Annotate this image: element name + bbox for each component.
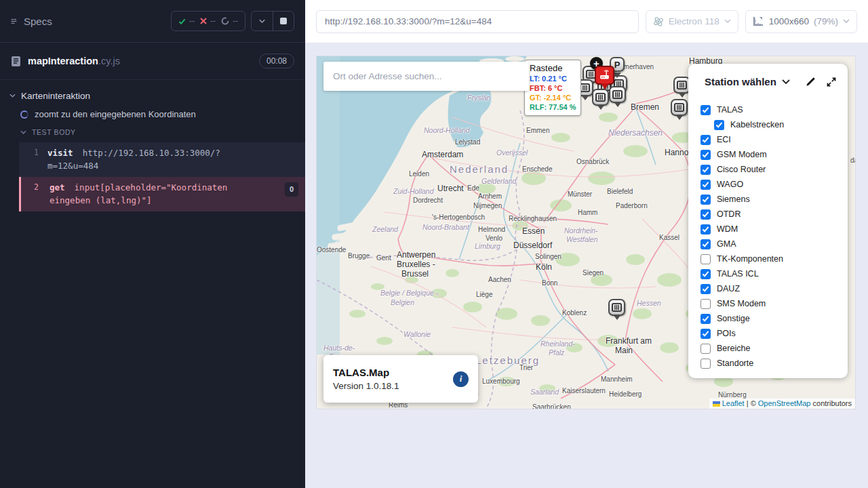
checkbox-checked-icon[interactable] xyxy=(701,224,711,235)
spec-duration-badge: 00:08 xyxy=(259,54,294,68)
checkbox-checked-icon[interactable] xyxy=(714,120,724,130)
station-checkbox-row[interactable]: Kabelstrecken xyxy=(701,117,848,132)
checkbox-unchecked-icon[interactable] xyxy=(701,254,711,264)
url-bar[interactable]: http://192.168.10.33:3000/?m=12&u=484 xyxy=(316,10,639,33)
chevron-down-icon xyxy=(259,18,265,24)
marker-cabinet[interactable] xyxy=(671,99,688,116)
tooltip-line: LT: 0.21 °C xyxy=(530,74,576,83)
marker-cabinet[interactable] xyxy=(608,299,625,316)
reporter-header: Specs -- -- -- xyxy=(0,0,305,43)
station-checkbox-row[interactable]: GSM Modem xyxy=(701,147,848,162)
checkbox-checked-icon[interactable] xyxy=(701,314,711,324)
station-checkbox-label: Standorte xyxy=(717,359,753,368)
app-title: TALAS.Map xyxy=(333,367,399,378)
search-input[interactable] xyxy=(323,71,529,81)
checkbox-checked-icon[interactable] xyxy=(701,329,711,339)
station-checkbox-label: SMS Modem xyxy=(717,299,766,308)
checkbox-checked-icon[interactable] xyxy=(701,165,711,175)
station-checkbox-row[interactable]: Standorte xyxy=(701,356,848,371)
station-checkbox-row[interactable]: Bereiche xyxy=(701,341,848,356)
station-checkbox-row[interactable]: WDM xyxy=(701,222,848,237)
station-checkbox-row[interactable]: WAGO xyxy=(701,177,848,192)
checkbox-checked-icon[interactable] xyxy=(701,135,711,145)
leaflet-map[interactable]: HamburgBremerhavenBremenNiedersachsenHan… xyxy=(316,56,856,409)
station-panel: Station wählen TALASKabelstreckenECIGSM … xyxy=(688,64,848,378)
station-checkbox-label: TK-Komponenten xyxy=(717,254,783,264)
checkbox-unchecked-icon[interactable] xyxy=(701,344,711,354)
test-body-section[interactable]: TEST BODY xyxy=(0,123,305,141)
browser-select[interactable]: Electron 118 xyxy=(646,10,738,33)
check-icon xyxy=(178,18,186,25)
station-checkbox-row[interactable]: ECI xyxy=(701,132,848,147)
info-icon[interactable]: i xyxy=(453,371,469,387)
station-checkbox-label: Sonstige xyxy=(717,314,750,323)
specs-title: Specs xyxy=(24,16,171,27)
station-checkbox-row[interactable]: OTDR xyxy=(701,207,848,222)
checkbox-unchecked-icon[interactable] xyxy=(701,299,711,309)
stop-run-button[interactable] xyxy=(273,12,294,30)
test-row[interactable]: zoomt zu den eingegebenen Koordinaten xyxy=(0,105,305,123)
command-row-visit[interactable]: 1 visithttp://192.168.10.33:3000/?m=12&u… xyxy=(19,142,305,177)
command-name: visit xyxy=(47,148,73,158)
station-checkbox-label: ECI xyxy=(717,135,731,144)
station-checkbox-row[interactable]: POIs xyxy=(701,326,848,341)
station-checkbox-row[interactable]: GMA xyxy=(701,237,848,251)
checkbox-unchecked-icon[interactable] xyxy=(701,359,711,369)
station-panel-title[interactable]: Station wählen xyxy=(705,76,776,87)
osm-link[interactable]: OpenStreetMap xyxy=(758,399,811,407)
marker-cabinet[interactable] xyxy=(609,86,626,103)
version-card: TALAS.Map Version 1.0.18.1 i xyxy=(323,355,478,403)
aut-topbar: http://192.168.10.33:3000/?m=12&u=484 El… xyxy=(305,0,868,43)
station-checkbox-label: Cisco Router xyxy=(717,165,766,174)
station-checkbox-row[interactable]: TALAS ICL xyxy=(701,266,848,281)
marker-router-selected[interactable] xyxy=(595,66,614,85)
checkbox-checked-icon[interactable] xyxy=(701,209,711,220)
aut-area: http://192.168.10.33:3000/?m=12&u=484 El… xyxy=(305,0,868,488)
suite-row[interactable]: Karteninteraktion xyxy=(0,87,305,105)
checkbox-checked-icon[interactable] xyxy=(701,105,711,115)
checkbox-checked-icon[interactable] xyxy=(701,180,711,190)
command-count-badge: 0 xyxy=(285,182,298,197)
station-checkbox-row[interactable]: Cisco Router xyxy=(701,162,848,177)
spec-file-icon xyxy=(11,56,21,67)
spec-file-row[interactable]: mapInteraction.cy.js 00:08 xyxy=(0,43,305,80)
command-args: input[placeholder="Koordinaten eingeben … xyxy=(50,182,227,205)
map-search-box[interactable] xyxy=(323,62,529,91)
station-checkbox-label: WAGO xyxy=(717,180,743,189)
command-row-get[interactable]: 2 getinput[placeholder="Koordinaten eing… xyxy=(19,177,305,211)
edit-pencil-icon[interactable] xyxy=(805,76,816,87)
checkbox-checked-icon[interactable] xyxy=(701,284,711,294)
station-checkbox-row[interactable]: TK-Komponenten xyxy=(701,251,848,266)
station-checkbox-row[interactable]: DAUZ xyxy=(701,281,848,296)
app-version: Version 1.0.18.1 xyxy=(333,381,399,391)
chevron-down-icon xyxy=(843,19,850,24)
checkbox-checked-icon[interactable] xyxy=(701,269,711,279)
stat-passed: -- xyxy=(178,16,195,26)
chevron-down-icon[interactable] xyxy=(782,79,790,85)
station-checkbox-label: Kabelstrecken xyxy=(730,120,784,129)
collapse-all-button[interactable] xyxy=(252,12,273,30)
station-checkbox-row[interactable]: Sonstige xyxy=(701,311,848,326)
viewport-select[interactable]: 1000x660 (79%) xyxy=(745,10,857,33)
command-name: get xyxy=(50,182,65,192)
station-checkbox-label: TALAS ICL xyxy=(717,269,759,279)
app-root: Specs -- -- -- xyxy=(0,0,868,488)
electron-icon xyxy=(653,16,664,27)
station-checkbox-label: TALAS xyxy=(717,105,743,115)
station-checkbox-row[interactable]: TALAS xyxy=(701,102,848,117)
station-checkbox-row[interactable]: SMS Modem xyxy=(701,296,848,311)
station-checkbox-label: GMA xyxy=(717,239,736,249)
station-panel-header: Station wählen xyxy=(688,64,848,92)
specs-menu-icon[interactable] xyxy=(11,18,17,24)
cypress-reporter-sidebar: Specs -- -- -- xyxy=(0,0,305,488)
station-checkbox-row[interactable]: Siemens xyxy=(701,192,848,207)
pending-circle-icon xyxy=(221,17,229,25)
checkbox-checked-icon[interactable] xyxy=(701,239,711,249)
checkbox-checked-icon[interactable] xyxy=(701,150,711,160)
ruler-icon xyxy=(753,16,764,26)
expand-icon[interactable] xyxy=(826,77,837,87)
stat-failed: -- xyxy=(200,16,216,26)
chevron-down-icon xyxy=(9,93,16,99)
checkbox-checked-icon[interactable] xyxy=(701,195,711,205)
leaflet-link[interactable]: Leaflet xyxy=(722,399,745,407)
